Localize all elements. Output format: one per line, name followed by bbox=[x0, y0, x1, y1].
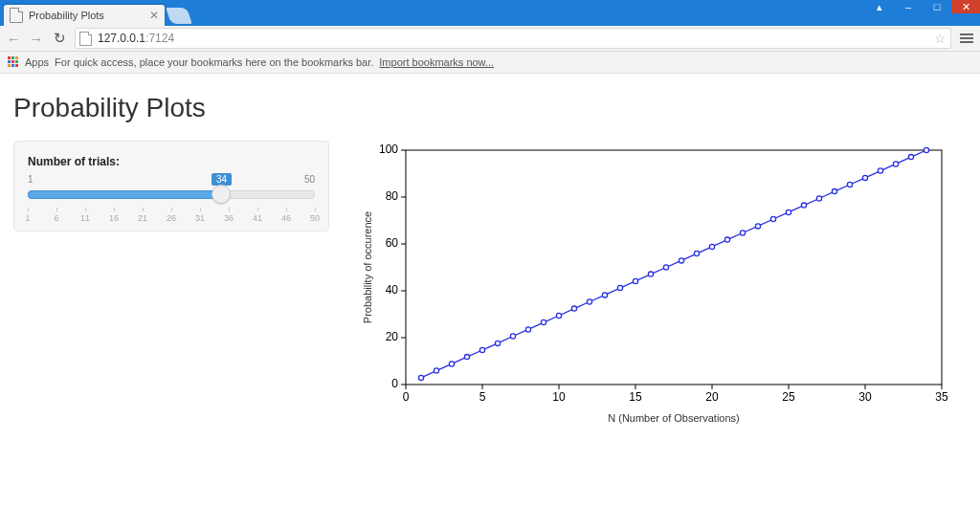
import-bookmarks-link[interactable]: Import bookmarks now... bbox=[379, 56, 494, 68]
probability-chart: 02040608010005101520253035N (Number of O… bbox=[358, 141, 951, 428]
svg-point-50 bbox=[740, 231, 745, 235]
svg-point-47 bbox=[694, 251, 699, 255]
svg-point-60 bbox=[893, 162, 898, 166]
maximize-button[interactable]: □ bbox=[923, 0, 951, 13]
apps-label[interactable]: Apps bbox=[25, 56, 49, 68]
tab-strip: Probability Plots ✕ bbox=[0, 13, 980, 26]
svg-point-38 bbox=[556, 313, 561, 318]
svg-point-33 bbox=[479, 347, 484, 352]
page-title: Probability Plots bbox=[13, 93, 967, 123]
minimize-button[interactable]: – bbox=[894, 0, 923, 13]
svg-text:20: 20 bbox=[386, 330, 399, 343]
svg-point-53 bbox=[786, 209, 791, 214]
svg-point-59 bbox=[878, 168, 882, 173]
svg-point-46 bbox=[679, 258, 683, 263]
svg-text:20: 20 bbox=[705, 390, 719, 404]
svg-point-57 bbox=[847, 182, 852, 187]
svg-point-34 bbox=[495, 341, 500, 345]
url-port: :7124 bbox=[145, 32, 174, 45]
bookmark-star-icon[interactable]: ☆ bbox=[934, 31, 947, 46]
svg-point-36 bbox=[525, 327, 530, 332]
svg-text:0: 0 bbox=[391, 377, 398, 390]
chrome-menu-button[interactable] bbox=[959, 33, 974, 43]
svg-point-48 bbox=[709, 244, 714, 249]
svg-point-45 bbox=[663, 265, 668, 270]
page-icon bbox=[10, 8, 23, 23]
forward-button[interactable]: → bbox=[29, 31, 44, 47]
bookmarks-bar: Apps For quick access, place your bookma… bbox=[0, 52, 980, 74]
svg-rect-0 bbox=[406, 150, 942, 385]
svg-point-44 bbox=[648, 272, 653, 276]
svg-point-62 bbox=[924, 147, 928, 152]
apps-icon[interactable] bbox=[8, 56, 19, 68]
back-button[interactable]: ← bbox=[6, 31, 21, 47]
svg-point-51 bbox=[755, 224, 760, 229]
account-button[interactable]: ▴ bbox=[865, 0, 894, 13]
slider-min: 1 bbox=[28, 174, 33, 185]
svg-point-40 bbox=[587, 299, 591, 304]
close-tab-icon[interactable]: ✕ bbox=[149, 9, 159, 22]
slider-fill bbox=[28, 190, 223, 199]
svg-point-55 bbox=[816, 196, 821, 201]
svg-text:80: 80 bbox=[386, 189, 399, 203]
slider-label: Number of trials: bbox=[28, 155, 315, 168]
svg-point-52 bbox=[770, 216, 775, 221]
svg-point-35 bbox=[510, 334, 515, 339]
slider-thumb[interactable] bbox=[212, 185, 231, 204]
tab-title: Probability Plots bbox=[29, 10, 104, 21]
svg-point-56 bbox=[832, 189, 836, 194]
svg-text:35: 35 bbox=[935, 390, 948, 404]
svg-point-31 bbox=[449, 362, 454, 366]
browser-tab[interactable]: Probability Plots ✕ bbox=[4, 5, 165, 26]
svg-text:60: 60 bbox=[386, 236, 399, 250]
svg-point-32 bbox=[464, 354, 469, 359]
svg-point-39 bbox=[571, 306, 576, 311]
svg-text:30: 30 bbox=[858, 390, 872, 404]
svg-point-61 bbox=[908, 155, 913, 160]
slider-max: 50 bbox=[304, 174, 315, 185]
url-input[interactable]: 127.0.0.1:7124 ☆ bbox=[75, 28, 951, 49]
page-body: Probability Plots Number of trials: 1 34… bbox=[0, 74, 980, 441]
reload-button[interactable]: ↻ bbox=[52, 30, 67, 47]
svg-text:15: 15 bbox=[629, 390, 642, 404]
chart-area: 02040608010005101520253035N (Number of O… bbox=[358, 141, 967, 428]
svg-text:40: 40 bbox=[386, 283, 399, 297]
url-host: 127.0.0.1 bbox=[98, 32, 145, 45]
address-bar: ← → ↻ 127.0.0.1:7124 ☆ bbox=[0, 26, 980, 52]
close-window-button[interactable]: ✕ bbox=[951, 0, 980, 13]
bookmark-help-text: For quick access, place your bookmarks h… bbox=[55, 56, 373, 68]
svg-point-30 bbox=[434, 368, 438, 373]
svg-point-29 bbox=[418, 375, 423, 380]
svg-text:100: 100 bbox=[379, 143, 398, 156]
svg-text:10: 10 bbox=[552, 390, 566, 404]
svg-point-41 bbox=[602, 293, 607, 297]
svg-point-37 bbox=[541, 319, 546, 324]
controls-panel: Number of trials: 1 34 50 16111621263136… bbox=[13, 141, 329, 231]
svg-text:25: 25 bbox=[782, 390, 795, 404]
svg-point-49 bbox=[724, 237, 729, 242]
site-icon bbox=[79, 32, 92, 46]
svg-text:0: 0 bbox=[403, 390, 410, 404]
svg-point-43 bbox=[633, 278, 637, 283]
svg-point-58 bbox=[862, 175, 867, 180]
svg-text:N (Number of Observations): N (Number of Observations) bbox=[608, 412, 740, 424]
svg-text:Probability of occurence: Probability of occurence bbox=[362, 211, 373, 323]
trials-slider[interactable] bbox=[28, 187, 315, 208]
svg-point-54 bbox=[801, 203, 806, 208]
svg-point-42 bbox=[617, 285, 622, 290]
svg-text:5: 5 bbox=[479, 390, 486, 404]
